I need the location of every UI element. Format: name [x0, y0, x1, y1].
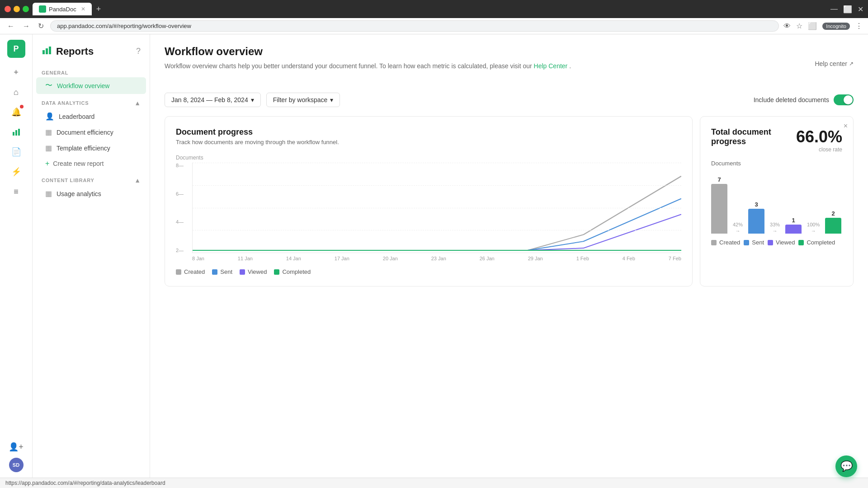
progress-legend-created-label: Created — [719, 239, 740, 246]
tab-close-btn[interactable]: ✕ — [81, 6, 85, 12]
progress-legend-viewed-label: Viewed — [776, 239, 795, 246]
date-range-filter[interactable]: Jan 8, 2024 — Feb 8, 2024 ▾ — [165, 93, 261, 107]
window-controls — [5, 6, 29, 12]
document-icon-btn[interactable]: 📄 — [7, 143, 25, 161]
legend-completed-dot — [274, 269, 279, 275]
sidebar-item-document-efficiency[interactable]: ▦ Document efficiency — [36, 124, 146, 140]
sidebar-item-template-efficiency[interactable]: ▦ Template efficiency — [36, 140, 146, 156]
data-analytics-chevron[interactable]: ▲ — [134, 99, 141, 107]
svg-rect-0 — [13, 132, 14, 136]
progress-legend-viewed-dot — [768, 240, 773, 245]
content-library-chevron[interactable]: ▲ — [134, 177, 141, 184]
incognito-badge: Incognito — [822, 23, 850, 30]
sidebar-bottom: 👤+ SD — [7, 438, 25, 472]
minimize-window-btn[interactable] — [14, 6, 20, 12]
include-deleted-toggle[interactable] — [834, 94, 854, 105]
bar-completed-rect — [825, 218, 841, 234]
docs-label: Documents — [711, 160, 842, 167]
progress-legend-viewed: Viewed — [768, 239, 795, 246]
chat-icon: 💬 — [840, 460, 853, 472]
url-input[interactable]: app.pandadoc.com/a/#/reporting/workflow-… — [50, 20, 779, 32]
user-avatar[interactable]: SD — [9, 458, 24, 472]
workspace-filter[interactable]: Filter by workspace ▾ — [266, 93, 340, 107]
back-btn[interactable]: ← — [5, 20, 16, 32]
home-icon-btn[interactable]: ⌂ — [7, 83, 25, 101]
close-window-btn[interactable] — [5, 6, 11, 12]
bar-sent-arrow: → — [773, 228, 778, 234]
address-actions: 👁 ☆ ⬜ Incognito ⋮ — [783, 22, 863, 30]
x-tick-7: 29 Jan — [528, 256, 543, 261]
minimize-icon[interactable]: — — [830, 5, 838, 14]
progress-legend-completed-label: Completed — [807, 239, 835, 246]
page-title-section: Workflow overview Workflow overview char… — [165, 45, 571, 82]
legend-completed: Completed — [274, 268, 311, 275]
reports-icon-btn[interactable] — [7, 123, 25, 141]
progress-card-close-btn[interactable]: × — [844, 122, 848, 130]
help-icon-btn[interactable]: ? — [136, 47, 141, 56]
sidebar-item-create-report[interactable]: + Create new report — [36, 156, 146, 171]
help-center-btn[interactable]: Help center ↗ — [815, 60, 854, 67]
progress-legend-sent-label: Sent — [752, 239, 764, 246]
data-analytics-label: DATA ANALYTICS — [42, 100, 89, 106]
add-btn[interactable]: + — [7, 63, 25, 81]
browser-chrome: PandaDoc ✕ + — ⬜ ✕ — [0, 0, 868, 18]
document-progress-title: Document progress — [176, 127, 681, 137]
forward-btn[interactable]: → — [21, 20, 32, 32]
notifications-icon-btn[interactable]: 🔔 — [7, 103, 25, 121]
bar-viewed-value: 1 — [792, 217, 795, 224]
more-icon[interactable]: ⋮ — [855, 22, 863, 30]
document-efficiency-icon: ▦ — [45, 128, 52, 136]
app-logo[interactable]: P — [7, 40, 25, 58]
x-tick-3: 17 Jan — [335, 256, 349, 261]
legend-viewed-label: Viewed — [248, 268, 267, 275]
maximize-window-btn[interactable] — [23, 6, 29, 12]
bar-sent: 3 — [748, 201, 764, 234]
logo-text: P — [13, 44, 19, 54]
progress-rate-value: 66.0% — [796, 127, 842, 146]
svg-rect-2 — [18, 129, 20, 136]
leaderboard-label: Leaderboard — [59, 113, 94, 120]
include-deleted-toggle-row: Include deleted documents — [754, 94, 854, 105]
bar-created-rect — [711, 184, 727, 234]
add-user-icon-btn[interactable]: 👤+ — [7, 438, 25, 456]
bookmark-icon[interactable]: ☆ — [796, 22, 802, 30]
restore-icon[interactable]: ⬜ — [843, 5, 852, 14]
sidebar-item-leaderboard[interactable]: 👤 Leaderboard — [36, 108, 146, 124]
reload-btn[interactable]: ↻ — [36, 20, 46, 32]
help-center-label: Help center — [815, 60, 847, 67]
bar-created-value: 7 — [717, 176, 721, 183]
progress-rate-section: 66.0% close rate — [796, 127, 842, 153]
sidebar-item-usage-analytics[interactable]: ▦ Usage analytics — [36, 186, 146, 202]
chart-bar-icon — [12, 127, 21, 136]
chat-bubble-btn[interactable]: 💬 — [835, 455, 857, 477]
lightning-icon-btn[interactable]: ⚡ — [7, 163, 25, 181]
template-efficiency-icon: ▦ — [45, 144, 52, 152]
legend-sent-dot — [212, 269, 217, 275]
bar-sent-rect — [748, 209, 764, 234]
content-library-section-header: CONTENT LIBRARY ▲ — [33, 171, 150, 186]
subtitle-end: . — [569, 62, 571, 70]
eye-slash-icon: 👁 — [783, 22, 791, 30]
nav-sidebar: Reports ? GENERAL 〜 Workflow overview DA… — [33, 34, 150, 478]
grid-line-top — [193, 163, 681, 163]
add-report-icon: + — [45, 160, 49, 168]
chart-body: 2— 4— 6— 8— — [176, 163, 681, 253]
progress-legend: Created Sent Viewed Completed — [711, 239, 842, 246]
list-icon-btn[interactable]: ≡ — [7, 183, 25, 201]
tab-bar: PandaDoc ✕ + — [33, 3, 827, 15]
sidebar-item-workflow-overview[interactable]: 〜 Workflow overview — [36, 77, 146, 94]
new-tab-btn[interactable]: + — [94, 5, 104, 14]
active-tab[interactable]: PandaDoc ✕ — [33, 3, 92, 15]
date-range-text: Jan 8, 2024 — Feb 8, 2024 — [171, 96, 248, 103]
progress-legend-sent: Sent — [744, 239, 764, 246]
close-icon[interactable]: ✕ — [858, 5, 863, 14]
workspace-chevron-icon: ▾ — [330, 96, 333, 103]
split-view-icon[interactable]: ⬜ — [808, 22, 817, 30]
help-center-link[interactable]: Help Center — [534, 62, 568, 70]
y-tick-2: 6— — [176, 191, 192, 197]
y-tick-3: 8— — [176, 163, 192, 168]
bar-created-pct: 42% — [733, 222, 743, 227]
chart-svg-area — [192, 163, 681, 253]
legend-sent-label: Sent — [220, 268, 232, 275]
tab-favicon — [39, 5, 46, 13]
